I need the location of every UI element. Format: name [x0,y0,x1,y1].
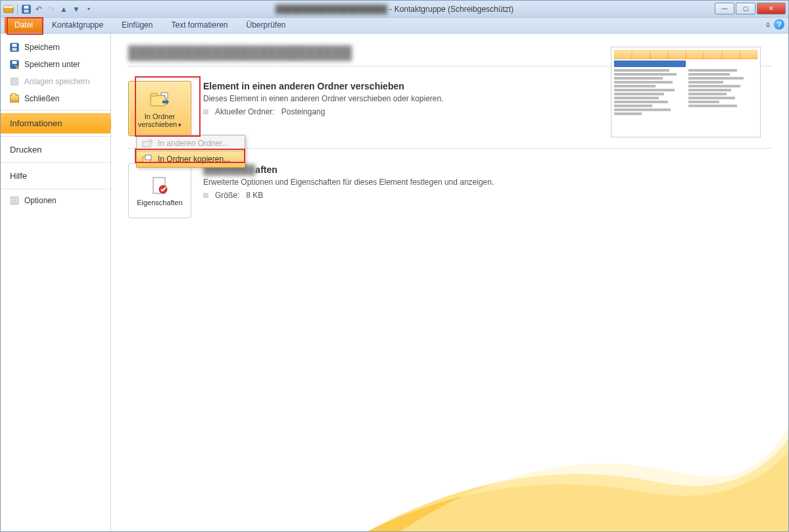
item-preview [611,47,761,137]
previous-icon[interactable]: ▲ [59,4,69,14]
nav-info[interactable]: Informationen [1,113,110,133]
current-folder-value: Posteingang [281,107,325,116]
minimize-button[interactable]: — [715,3,734,14]
help-icon[interactable]: ? [774,19,784,30]
ribbon-minimize-icon[interactable]: ۵ [766,20,770,29]
current-folder-row: Aktueller Ordner: Posteingang [203,107,444,116]
close-button[interactable]: ✕ [757,3,786,14]
redo-icon[interactable]: ↷ [46,4,57,14]
nav-save-attachments: Anlagen speichern [1,73,110,90]
nav-save[interactable]: Speichern [1,39,110,56]
button-label: In Ordner verschieben▾ [132,112,188,128]
folder-move-icon [142,138,153,149]
undo-icon[interactable]: ↶ [34,4,44,14]
save-as-icon [10,60,19,69]
svg-rect-21 [145,155,151,160]
title-bar: ↶ ↷ ▲ ▼ ▾ ████████████████████ - Kontakt… [1,1,788,18]
move-to-folder-menu: In anderen Ordner... In Ordner kopieren.… [136,135,245,168]
properties-icon [149,175,170,196]
tab-review[interactable]: Überprüfen [237,18,295,33]
svg-rect-16 [151,93,157,96]
maximize-button[interactable]: ▢ [736,3,755,14]
svg-rect-19 [143,141,151,147]
tab-insert[interactable]: Einfügen [112,18,162,33]
attachment-icon [10,77,19,86]
window-title: ████████████████████ - Kontaktgruppe (Sc… [1,5,788,14]
save-icon [10,43,19,52]
menu-other-folder: In anderen Ordner... [137,135,245,151]
save-icon[interactable] [21,4,32,14]
current-folder-label: Aktueller Ordner: [215,107,275,116]
properties-button[interactable]: Eigenschaften [128,163,191,218]
nav-label: Anlagen speichern [24,77,89,86]
svg-rect-3 [24,5,29,8]
quick-access-toolbar: ↶ ↷ ▲ ▼ ▾ [3,4,94,14]
tab-kontaktgruppe[interactable]: Kontaktgruppe [43,18,112,33]
svg-rect-9 [12,61,17,64]
nav-options[interactable]: Optionen [1,192,110,209]
button-label: Eigenschaften [137,199,183,206]
nav-label: Speichern [24,43,60,52]
props-desc: Erweiterte Optionen und Eigenschaften fü… [203,178,494,187]
svg-rect-6 [12,44,17,47]
app-icon[interactable] [3,4,14,14]
svg-rect-4 [24,9,29,12]
size-value: 8 KB [246,191,263,200]
nav-label: Speichern unter [24,60,80,69]
move-folder-icon [149,89,170,110]
options-icon [10,196,19,205]
nav-help[interactable]: Hilfe [1,166,110,186]
nav-label: Optionen [24,196,57,205]
tab-format-text[interactable]: Text formatieren [162,18,237,33]
move-desc: Dieses Element in einen anderen Ordner v… [203,94,444,103]
menu-copy-to-folder[interactable]: In Ordner kopieren... [136,151,245,168]
size-row: Größe: 8 KB [203,191,494,200]
nav-close[interactable]: Schließen [1,90,110,107]
menu-label: In Ordner kopieren... [158,155,230,164]
backstage-content: ████████████████████████ In Ordner versc… [111,34,788,531]
svg-rect-7 [12,48,17,51]
ribbon-tabs: Datei Kontaktgruppe Einfügen Text format… [1,18,788,34]
folder-icon [10,95,19,103]
nav-save-as[interactable]: Speichern unter [1,56,110,73]
props-heading: ████████aften [203,164,494,175]
size-label: Größe: [215,191,239,200]
move-to-folder-button[interactable]: In Ordner verschieben▾ [128,81,191,136]
svg-rect-10 [11,78,18,85]
tab-file[interactable]: Datei [5,17,43,33]
qat-customize-icon[interactable]: ▾ [84,4,94,14]
next-icon[interactable]: ▼ [71,4,82,14]
backstage-nav: Speichern Speichern unter Anlagen speich… [1,34,111,531]
move-heading: Element in einen anderen Ordner verschie… [203,81,444,91]
menu-label: In anderen Ordner... [158,139,228,148]
svg-rect-1 [4,6,13,8]
folder-copy-icon [142,154,153,164]
nav-print[interactable]: Drucken [1,139,110,160]
nav-label: Schließen [24,94,59,103]
